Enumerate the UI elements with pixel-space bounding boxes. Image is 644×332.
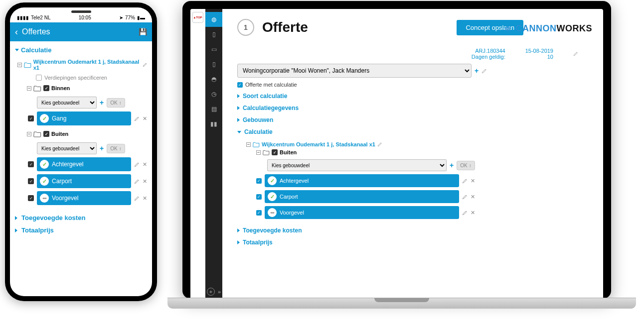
pencil-icon[interactable]: [482, 68, 487, 74]
pencil-icon[interactable]: [134, 179, 140, 184]
status-ok-icon: ✓: [268, 192, 277, 201]
close-icon[interactable]: ✕: [471, 210, 475, 216]
folder-icon: [33, 85, 41, 92]
check-icon[interactable]: ✓: [256, 178, 262, 184]
app-logo[interactable]: ▲TOP: [192, 12, 203, 23]
tree-collapse-icon[interactable]: −: [27, 132, 31, 136]
folder-icon: [253, 141, 260, 147]
reference-label: ARJ.180344: [472, 48, 505, 54]
item-carport[interactable]: ✓ Carport: [265, 190, 459, 203]
nav-document-icon[interactable]: ▯: [205, 57, 222, 72]
days-value: 10: [525, 54, 553, 60]
ok-button[interactable]: OK↕: [457, 161, 475, 170]
contact-select[interactable]: Woningcorporatie "Mooi Wonen", Jack Mand…: [237, 64, 472, 78]
nav-clock-icon[interactable]: ◷: [205, 87, 222, 102]
pencil-icon[interactable]: [143, 62, 147, 67]
section-totaalprijs[interactable]: Totaalprijs: [237, 239, 588, 246]
check-icon[interactable]: ✓: [28, 161, 34, 167]
folder-buiten[interactable]: − ✓ Buiten: [256, 148, 588, 156]
status-ok-icon: ✓: [40, 177, 49, 186]
list-item: ✓ ✓ Carport ✕: [267, 190, 588, 203]
section-toegevoegde-kosten[interactable]: Toegevoegde kosten: [237, 227, 588, 234]
with-calc-checkbox[interactable]: ✓ Offerte met calculatie: [237, 82, 588, 88]
checkbox-icon[interactable]: [36, 75, 42, 81]
nav-book-icon[interactable]: ▤: [205, 102, 222, 116]
pencil-icon[interactable]: [377, 142, 382, 147]
section-calculatie[interactable]: Calculatie: [237, 128, 588, 135]
app-header: ‹ Offertes 💾: [10, 22, 152, 41]
project-folder[interactable]: − Wijkcentrum Oudemarkt 1 j, Stadskanaal…: [246, 140, 588, 148]
pencil-icon[interactable]: [462, 178, 468, 184]
pencil-icon[interactable]: [573, 51, 578, 56]
close-icon[interactable]: ✕: [143, 195, 147, 202]
checkbox-icon[interactable]: ✓: [237, 82, 243, 88]
item-achtergevel[interactable]: ✓ Achtergevel: [265, 174, 459, 187]
select-gebouwdeel-buiten[interactable]: Kies gebouwdeel: [37, 142, 97, 154]
expand-icon[interactable]: »: [218, 289, 221, 295]
pencil-icon[interactable]: [462, 194, 468, 200]
select-gebouwdeel-binnen[interactable]: Kies gebouwdeel: [37, 97, 97, 109]
check-icon: ✓: [272, 149, 278, 155]
check-icon[interactable]: ✓: [256, 210, 262, 216]
item-voorgevel[interactable]: ••• Voorgevel: [265, 206, 459, 219]
nav-card-icon[interactable]: ▭: [205, 42, 222, 57]
section-totaalprijs[interactable]: Totaalprijs: [15, 226, 147, 234]
close-icon[interactable]: ✕: [471, 178, 475, 184]
item-carport[interactable]: ✓ Carport: [37, 174, 131, 188]
section-toegevoegde-kosten[interactable]: Toegevoegde kosten: [15, 214, 147, 221]
add-button[interactable]: +: [100, 99, 104, 107]
back-icon[interactable]: ‹: [15, 27, 18, 37]
brand-icon: ⊚: [503, 23, 514, 34]
ok-button[interactable]: OK↕: [107, 98, 125, 108]
item-gang[interactable]: ✓ Gang: [37, 111, 131, 125]
pencil-icon[interactable]: [134, 162, 140, 167]
pencil-icon[interactable]: [134, 116, 140, 121]
check-icon[interactable]: ✓: [28, 178, 34, 184]
tree-collapse-icon[interactable]: −: [256, 150, 261, 155]
section-calculatie[interactable]: Calculatie: [15, 46, 147, 54]
list-item: ✓ ••• Voorgevel ✕: [267, 206, 588, 219]
check-icon[interactable]: ✓: [28, 115, 34, 121]
laptop-base: [167, 298, 636, 309]
add-button[interactable]: +: [475, 67, 479, 75]
tree-collapse-icon[interactable]: −: [17, 63, 22, 67]
tree-collapse-icon[interactable]: −: [27, 86, 31, 91]
pencil-icon[interactable]: [462, 210, 468, 216]
nav-drive-icon[interactable]: ◓: [205, 72, 222, 87]
nav-chart-icon[interactable]: ▮▮: [205, 116, 222, 131]
section-soort-calculatie[interactable]: Soort calculatie: [237, 93, 588, 100]
section-gebouwen[interactable]: Gebouwen: [237, 116, 588, 123]
pencil-icon[interactable]: [134, 196, 140, 201]
close-icon[interactable]: ✕: [471, 194, 475, 200]
list-item: ✓ ✓ Carport ✕: [37, 174, 147, 188]
header-title: Offertes: [22, 27, 139, 36]
add-button[interactable]: +: [450, 161, 454, 169]
list-item: ✓ ••• Voorgevel ✕: [37, 191, 147, 205]
check-icon[interactable]: ✓: [256, 194, 262, 200]
meta-info: ARJ.180344 Dagen geldig: 15-08-2019 10: [237, 48, 588, 60]
select-gebouwdeel[interactable]: Kies gebouwdeel: [267, 159, 447, 171]
add-button[interactable]: +: [100, 144, 104, 152]
save-icon[interactable]: 💾: [139, 28, 147, 36]
laptop-mockup: ▲TOP ◍ ▯ ▭ ▯ ◓ ◷ ▤ ▮▮ + » ⊚ CANNONWORKS: [182, 1, 611, 299]
page-title: Offerte: [262, 19, 308, 35]
floors-checkbox-row[interactable]: Verdiepingen specificeren: [36, 73, 147, 83]
project-folder[interactable]: − Wijkcentrum Oudemarkt 1 j, Stadskanaal…: [17, 57, 147, 73]
section-calculatiegegevens[interactable]: Calculatiegegevens: [237, 105, 588, 111]
close-icon[interactable]: ✕: [143, 161, 147, 168]
folder-icon: [24, 61, 31, 68]
close-icon[interactable]: ✕: [143, 178, 147, 185]
ok-button[interactable]: OK↕: [107, 144, 125, 153]
tree-collapse-icon[interactable]: −: [246, 142, 251, 147]
folder-buiten[interactable]: − ✓ Buiten: [27, 128, 147, 139]
check-icon[interactable]: ✓: [28, 195, 34, 201]
item-achtergevel[interactable]: ✓ Achtergevel: [37, 157, 131, 171]
close-icon[interactable]: ✕: [143, 115, 147, 122]
item-voorgevel[interactable]: ••• Voorgevel: [37, 191, 131, 205]
add-icon[interactable]: +: [207, 288, 215, 296]
check-icon: ✓: [43, 131, 49, 137]
days-label: Dagen geldig:: [472, 54, 505, 60]
folder-binnen[interactable]: − ✓ Binnen: [27, 83, 147, 94]
nav-dashboard-icon[interactable]: ◍: [205, 12, 222, 27]
nav-briefcase-icon[interactable]: ▯: [205, 27, 222, 42]
